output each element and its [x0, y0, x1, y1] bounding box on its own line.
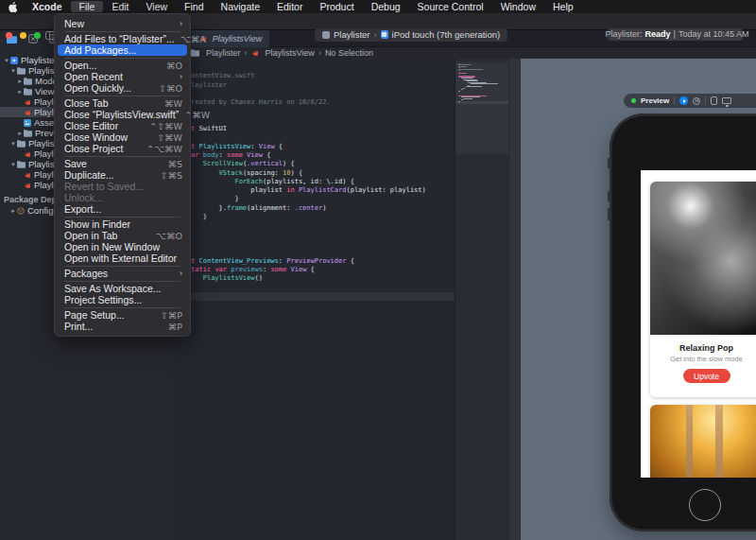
menubar-item-window[interactable]: Window: [492, 1, 544, 12]
menubar-app-name[interactable]: Xcode: [24, 0, 71, 13]
menu-item-close-tab[interactable]: Close Tab⌘W: [55, 97, 190, 109]
menu-item-new[interactable]: New›: [55, 18, 190, 29]
menu-item-project-settings[interactable]: Project Settings...: [55, 294, 190, 305]
folder-icon: [17, 161, 26, 168]
code-line-23[interactable]: struct ContentView_Previews: PreviewProv…: [168, 257, 455, 266]
jump-bar[interactable]: Playlister › PlaylistsView › No Selectio…: [168, 47, 756, 59]
code-line-5[interactable]: // Created by Chavez Harris on 10/8/22.: [168, 98, 455, 107]
tab-label: PlaylistsView: [213, 34, 262, 44]
code-line-24[interactable]: static var previews: some View {: [168, 266, 455, 274]
code-line-12[interactable]: ScrollView(.vertical) {: [168, 160, 455, 168]
menu-item-page-setup[interactable]: Page Setup...⇧⌘P: [55, 309, 190, 321]
menu-item-close-window[interactable]: Close Window⇧⌘W: [55, 131, 190, 143]
menubar-item-find[interactable]: Find: [176, 1, 212, 12]
menu-item-open-quickly[interactable]: Open Quickly...⇧⌘O: [55, 82, 190, 94]
code-line-9[interactable]: [168, 133, 455, 142]
code-line-2[interactable]: // ContentView.swift: [168, 72, 455, 80]
code-line-20[interactable]: }: [168, 231, 455, 239]
preview-on-device-icon[interactable]: [711, 96, 717, 105]
disclosure-open-icon[interactable]: ▾: [9, 161, 17, 168]
close-window-button[interactable]: [6, 32, 12, 39]
menubar-item-help[interactable]: Help: [544, 1, 582, 12]
minimap-line: [458, 101, 460, 102]
menu-item-export[interactable]: Export...: [55, 203, 190, 215]
upvote-button[interactable]: Upvote: [683, 369, 730, 383]
zoom-window-button[interactable]: [34, 32, 41, 39]
menubar-item-debug[interactable]: Debug: [363, 1, 409, 12]
disclosure-open-icon[interactable]: ▾: [3, 57, 10, 64]
code-line-25[interactable]: PlaylistsView(): [168, 274, 455, 283]
code-line-13[interactable]: VStack(spacing: 10) {: [168, 169, 455, 178]
code-line-1[interactable]: //: [168, 63, 455, 72]
disclosure-open-icon[interactable]: ▾: [9, 140, 17, 148]
crumb-selection[interactable]: No Selection: [325, 48, 373, 58]
code-line-7[interactable]: [168, 116, 455, 125]
menu-item-duplicate[interactable]: Duplicate...⇧⌘S: [55, 169, 190, 181]
menu-separator: [64, 217, 180, 218]
scheme-selector[interactable]: Playlister › iPod touch (7th generation): [315, 28, 507, 42]
menu-item-print[interactable]: Print...⌘P: [55, 321, 190, 332]
code-line-22[interactable]: [168, 248, 455, 256]
code-line-21[interactable]: [168, 239, 455, 248]
menu-item-open[interactable]: Open...⌘O: [55, 60, 190, 71]
device-button: [608, 158, 610, 168]
menubar-item-file[interactable]: File: [71, 1, 104, 12]
disclosure-closed-icon[interactable]: ▸: [16, 130, 24, 137]
code-line-16[interactable]: }: [168, 195, 455, 203]
menu-item-show-in-finder[interactable]: Show in Finder: [55, 218, 190, 230]
code-line-10[interactable]: struct PlaylistsView: View {: [168, 143, 455, 151]
menu-item-open-in-tab[interactable]: Open in Tab⌥⌘O: [55, 230, 190, 241]
editor-canvas-divider[interactable]: [508, 59, 521, 540]
submenu-arrow-icon: ›: [180, 19, 182, 28]
menubar-item-edit[interactable]: Edit: [103, 1, 137, 12]
pause-circle-icon[interactable]: [693, 97, 700, 105]
code-line-14[interactable]: ForEach(playlists, id: \.id) {: [168, 178, 455, 186]
crumb-project[interactable]: Playlister: [206, 48, 241, 58]
menubar-item-source-control[interactable]: Source Control: [409, 1, 492, 12]
menubar-item-product[interactable]: Product: [311, 1, 362, 12]
code-line-19[interactable]: }: [168, 221, 455, 230]
disclosure-closed-icon[interactable]: ▸: [9, 207, 17, 215]
activity-status: Playlister: Ready | Today at 10:45 AM: [608, 28, 743, 42]
folder-icon: [24, 88, 32, 96]
menu-item-add-packages[interactable]: Add Packages...: [58, 44, 187, 56]
menu-item-close-project[interactable]: Close Project⌃⌥⌘W: [55, 143, 190, 154]
folder-icon: [24, 130, 32, 137]
code-line-6[interactable]: //: [168, 107, 455, 115]
menu-item-close-editor[interactable]: Close Editor⌃⇧⌘W: [55, 120, 190, 131]
code-line-3[interactable]: // Playlister: [168, 81, 455, 90]
menu-item-close-playlistsview-swift[interactable]: Close “PlaylistsView.swift”⌃⌘W: [55, 109, 190, 120]
device-settings-icon[interactable]: [722, 97, 731, 104]
disclosure-open-icon[interactable]: ▾: [9, 67, 17, 75]
disclosure-closed-icon[interactable]: ▸: [16, 88, 24, 96]
menu-item-save-as-workspace[interactable]: Save As Workspace...: [55, 283, 190, 294]
code-line-27[interactable]: }: [168, 292, 455, 301]
disclosure-closed-icon[interactable]: ▸: [16, 78, 24, 85]
menubar-item-editor[interactable]: Editor: [268, 1, 311, 12]
code-line-18[interactable]: }: [168, 213, 455, 221]
menu-item-packages[interactable]: Packages›: [55, 268, 190, 279]
menu-item-open-recent[interactable]: Open Recent›: [55, 71, 190, 82]
code-line-26[interactable]: }: [168, 283, 455, 291]
apple-menu-icon[interactable]: [0, 2, 24, 12]
preview-label: Preview: [641, 96, 669, 105]
menu-item-save[interactable]: Save⌘S: [55, 158, 190, 169]
swift-icon: [24, 109, 31, 116]
code-line-8[interactable]: import SwiftUI: [168, 125, 455, 133]
source-editor[interactable]: //// ContentView.swift// Playlister//// …: [168, 59, 455, 540]
code-line-17[interactable]: }.frame(alignment: .center): [168, 204, 455, 213]
code-line-11[interactable]: var body: some View {: [168, 151, 455, 160]
crumb-file[interactable]: PlaylistsView: [266, 48, 315, 58]
submenu-arrow-icon: ›: [180, 72, 182, 81]
code-line-15[interactable]: playlist in PlaylistCard(playlist: playl…: [168, 186, 455, 195]
menu-item-open-in-new-window[interactable]: Open in New Window: [55, 241, 190, 253]
menu-item-add-files-to-playlister[interactable]: Add Files to “Playlister”...⌥⌘A: [55, 33, 190, 44]
code-line-4[interactable]: //: [168, 90, 455, 98]
menu-item-open-with-external-editor[interactable]: Open with External Editor: [55, 253, 190, 264]
menu-separator: [64, 307, 180, 308]
menubar-item-navigate[interactable]: Navigate: [213, 1, 268, 12]
minimize-window-button[interactable]: [20, 32, 26, 39]
live-preview-icon[interactable]: [679, 96, 688, 105]
menubar-item-view[interactable]: View: [138, 1, 177, 12]
editor-minimap[interactable]: [455, 59, 508, 540]
